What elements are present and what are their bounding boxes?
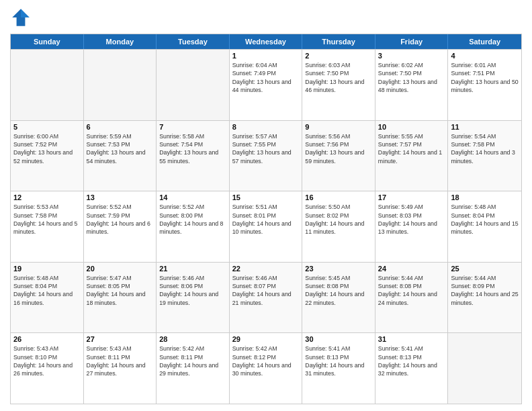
cell-text: Sunrise: 5:59 AM Sunset: 7:53 PM Dayligh… [87,132,154,165]
cell-text: Sunrise: 6:00 AM Sunset: 7:52 PM Dayligh… [13,132,81,165]
cell-text: Sunrise: 5:52 AM Sunset: 8:00 PM Dayligh… [159,203,226,236]
cell-text: Sunrise: 5:50 AM Sunset: 8:02 PM Dayligh… [305,203,372,236]
cell-text: Sunrise: 5:48 AM Sunset: 8:04 PM Dayligh… [13,274,81,307]
day-cell-1: 1Sunrise: 6:04 AM Sunset: 7:49 PM Daylig… [230,50,303,120]
day-number: 18 [451,193,519,201]
day-number: 27 [87,335,154,343]
cell-text: Sunrise: 6:02 AM Sunset: 7:50 PM Dayligh… [378,61,445,94]
day-cell-13: 13Sunrise: 5:52 AM Sunset: 7:59 PM Dayli… [84,191,157,262]
cell-text: Sunrise: 5:45 AM Sunset: 8:08 PM Dayligh… [305,274,372,307]
day-number: 6 [87,123,154,131]
calendar-row-4: 26Sunrise: 5:43 AM Sunset: 8:10 PM Dayli… [11,332,521,404]
day-cell-27: 27Sunrise: 5:43 AM Sunset: 8:11 PM Dayli… [84,333,157,404]
calendar-body: 1Sunrise: 6:04 AM Sunset: 7:49 PM Daylig… [11,49,521,404]
day-number: 19 [13,265,81,273]
cell-text: Sunrise: 5:46 AM Sunset: 8:07 PM Dayligh… [232,274,300,307]
empty-cell [157,50,230,120]
day-cell-19: 19Sunrise: 5:48 AM Sunset: 8:04 PM Dayli… [11,263,84,333]
logo-icon [10,7,32,28]
day-number: 8 [232,123,300,131]
calendar-row-0: 1Sunrise: 6:04 AM Sunset: 7:49 PM Daylig… [11,49,521,120]
cell-text: Sunrise: 5:55 AM Sunset: 7:57 PM Dayligh… [378,132,445,165]
day-number: 31 [378,335,445,343]
header-day-saturday: Saturday [448,34,521,49]
day-number: 2 [305,52,372,60]
day-cell-7: 7Sunrise: 5:58 AM Sunset: 7:54 PM Daylig… [157,121,230,191]
day-number: 1 [232,52,300,60]
cell-text: Sunrise: 5:42 AM Sunset: 8:11 PM Dayligh… [159,345,226,377]
day-cell-23: 23Sunrise: 5:45 AM Sunset: 8:08 PM Dayli… [302,263,375,333]
day-number: 16 [305,193,372,201]
header-day-tuesday: Tuesday [157,34,230,49]
logo [10,7,34,28]
cell-text: Sunrise: 5:48 AM Sunset: 8:04 PM Dayligh… [451,203,519,236]
day-cell-4: 4Sunrise: 6:01 AM Sunset: 7:51 PM Daylig… [448,50,521,120]
day-number: 5 [13,123,81,131]
cell-text: Sunrise: 5:53 AM Sunset: 7:58 PM Dayligh… [13,203,81,236]
day-cell-31: 31Sunrise: 5:41 AM Sunset: 8:13 PM Dayli… [375,333,449,404]
day-cell-25: 25Sunrise: 5:44 AM Sunset: 8:09 PM Dayli… [448,263,521,333]
day-number: 21 [159,265,226,273]
cell-text: Sunrise: 6:03 AM Sunset: 7:50 PM Dayligh… [305,61,372,94]
day-number: 15 [232,193,300,201]
day-cell-9: 9Sunrise: 5:56 AM Sunset: 7:56 PM Daylig… [302,121,375,191]
day-number: 20 [87,265,154,273]
day-cell-28: 28Sunrise: 5:42 AM Sunset: 8:11 PM Dayli… [157,333,230,404]
calendar-row-3: 19Sunrise: 5:48 AM Sunset: 8:04 PM Dayli… [11,262,521,333]
day-cell-16: 16Sunrise: 5:50 AM Sunset: 8:02 PM Dayli… [302,191,375,262]
cell-text: Sunrise: 5:57 AM Sunset: 7:55 PM Dayligh… [232,132,300,165]
cell-text: Sunrise: 5:52 AM Sunset: 7:59 PM Dayligh… [87,203,154,236]
page: SundayMondayTuesdayWednesdayThursdayFrid… [0,0,532,411]
cell-text: Sunrise: 5:47 AM Sunset: 8:05 PM Dayligh… [87,274,154,307]
day-number: 23 [305,265,372,273]
day-number: 22 [232,265,300,273]
day-number: 3 [378,52,445,60]
day-cell-22: 22Sunrise: 5:46 AM Sunset: 8:07 PM Dayli… [230,263,303,333]
day-cell-10: 10Sunrise: 5:55 AM Sunset: 7:57 PM Dayli… [375,121,449,191]
day-number: 28 [159,335,226,343]
day-number: 25 [451,265,519,273]
day-cell-15: 15Sunrise: 5:51 AM Sunset: 8:01 PM Dayli… [230,191,303,262]
day-cell-21: 21Sunrise: 5:46 AM Sunset: 8:06 PM Dayli… [157,263,230,333]
day-cell-14: 14Sunrise: 5:52 AM Sunset: 8:00 PM Dayli… [157,191,230,262]
day-number: 14 [159,193,226,201]
cell-text: Sunrise: 5:58 AM Sunset: 7:54 PM Dayligh… [159,132,226,165]
empty-cell [11,50,84,120]
header-day-monday: Monday [84,34,157,49]
day-cell-11: 11Sunrise: 5:54 AM Sunset: 7:58 PM Dayli… [448,121,521,191]
empty-cell [84,50,157,120]
cell-text: Sunrise: 5:54 AM Sunset: 7:58 PM Dayligh… [451,132,519,165]
header-day-wednesday: Wednesday [230,34,303,49]
cell-text: Sunrise: 5:41 AM Sunset: 8:13 PM Dayligh… [378,345,445,377]
day-cell-8: 8Sunrise: 5:57 AM Sunset: 7:55 PM Daylig… [230,121,303,191]
calendar-row-1: 5Sunrise: 6:00 AM Sunset: 7:52 PM Daylig… [11,120,521,191]
header [10,7,522,28]
cell-text: Sunrise: 5:44 AM Sunset: 8:08 PM Dayligh… [378,274,445,307]
svg-marker-1 [21,9,30,17]
day-cell-26: 26Sunrise: 5:43 AM Sunset: 8:10 PM Dayli… [11,333,84,404]
cell-text: Sunrise: 5:51 AM Sunset: 8:01 PM Dayligh… [232,203,300,236]
cell-text: Sunrise: 5:46 AM Sunset: 8:06 PM Dayligh… [159,274,226,307]
day-number: 12 [13,193,81,201]
cell-text: Sunrise: 6:01 AM Sunset: 7:51 PM Dayligh… [451,61,519,94]
cell-text: Sunrise: 5:43 AM Sunset: 8:10 PM Dayligh… [13,345,81,377]
calendar-header: SundayMondayTuesdayWednesdayThursdayFrid… [11,34,521,49]
day-number: 30 [305,335,372,343]
day-cell-29: 29Sunrise: 5:42 AM Sunset: 8:12 PM Dayli… [230,333,303,404]
day-cell-3: 3Sunrise: 6:02 AM Sunset: 7:50 PM Daylig… [375,50,449,120]
day-number: 29 [232,335,300,343]
cell-text: Sunrise: 5:42 AM Sunset: 8:12 PM Dayligh… [232,345,300,377]
day-number: 17 [378,193,445,201]
header-day-friday: Friday [375,34,449,49]
day-cell-18: 18Sunrise: 5:48 AM Sunset: 8:04 PM Dayli… [448,191,521,262]
day-cell-20: 20Sunrise: 5:47 AM Sunset: 8:05 PM Dayli… [84,263,157,333]
day-number: 7 [159,123,226,131]
cell-text: Sunrise: 5:43 AM Sunset: 8:11 PM Dayligh… [87,345,154,377]
day-number: 11 [451,123,519,131]
day-number: 4 [451,52,519,60]
day-cell-6: 6Sunrise: 5:59 AM Sunset: 7:53 PM Daylig… [84,121,157,191]
day-number: 26 [13,335,81,343]
day-number: 9 [305,123,372,131]
day-cell-12: 12Sunrise: 5:53 AM Sunset: 7:58 PM Dayli… [11,191,84,262]
cell-text: Sunrise: 5:44 AM Sunset: 8:09 PM Dayligh… [451,274,519,307]
